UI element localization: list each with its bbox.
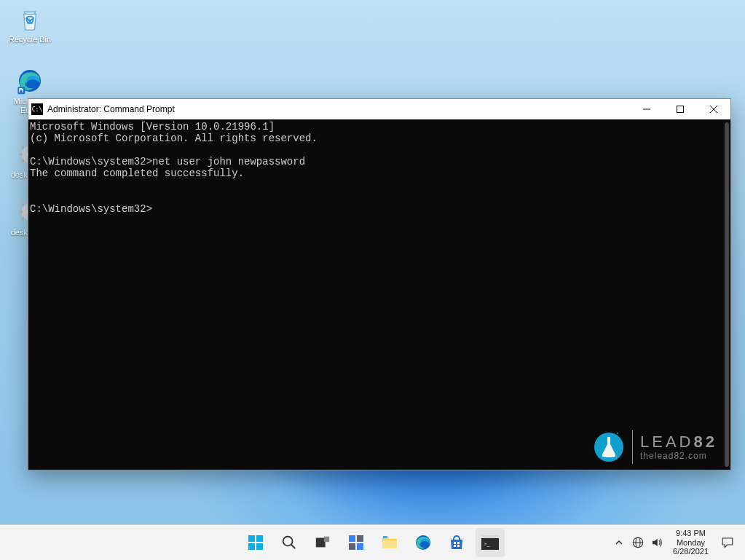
svg-rect-38 bbox=[323, 537, 328, 542]
chat-icon bbox=[721, 536, 734, 549]
terminal-scrollbar[interactable] bbox=[725, 122, 729, 467]
svg-text:>_: >_ bbox=[484, 541, 491, 548]
trash-icon bbox=[15, 4, 44, 33]
terminal-line: The command completed successfully. bbox=[30, 167, 244, 179]
svg-rect-25 bbox=[677, 106, 684, 113]
svg-point-29 bbox=[613, 434, 615, 436]
window-title: Administrator: Command Prompt bbox=[47, 104, 175, 114]
search-button[interactable] bbox=[275, 528, 304, 557]
terminal-line: Microsoft Windows [Version 10.0.21996.1] bbox=[30, 121, 275, 133]
svg-rect-7 bbox=[19, 153, 23, 155]
chevron-up-icon bbox=[615, 538, 623, 547]
svg-rect-31 bbox=[248, 535, 255, 542]
svg-rect-46 bbox=[454, 542, 456, 544]
svg-rect-49 bbox=[457, 545, 460, 547]
svg-rect-47 bbox=[457, 542, 460, 544]
minimize-button[interactable] bbox=[630, 99, 663, 119]
system-tray: 9:43 PM Monday 6/28/2021 bbox=[610, 528, 739, 557]
svg-rect-34 bbox=[256, 543, 263, 550]
clock-time: 9:43 PM bbox=[676, 529, 706, 538]
window-titlebar[interactable]: C:\ Administrator: Command Prompt bbox=[28, 99, 730, 119]
svg-rect-33 bbox=[248, 543, 255, 550]
speaker-icon bbox=[650, 536, 663, 549]
notifications-button[interactable] bbox=[716, 528, 739, 557]
edge-button[interactable] bbox=[409, 528, 438, 557]
task-view-button[interactable] bbox=[308, 528, 337, 557]
widgets-icon bbox=[347, 534, 365, 551]
cmd-titlebar-icon: C:\ bbox=[31, 103, 43, 115]
taskbar-clock[interactable]: 9:43 PM Monday 6/28/2021 bbox=[667, 529, 714, 556]
svg-rect-44 bbox=[383, 536, 387, 538]
terminal-line: C:\Windows\system32> bbox=[30, 203, 152, 215]
store-icon bbox=[448, 534, 465, 551]
edge-icon bbox=[414, 534, 432, 551]
svg-rect-32 bbox=[256, 535, 263, 542]
watermark-brand: LEAD bbox=[640, 433, 693, 451]
svg-rect-42 bbox=[357, 543, 363, 550]
watermark-url: thelead82.com bbox=[640, 451, 717, 462]
globe-icon bbox=[631, 536, 645, 549]
tray-overflow-button[interactable] bbox=[610, 528, 628, 557]
file-explorer-button[interactable] bbox=[375, 528, 404, 557]
svg-line-36 bbox=[291, 545, 295, 549]
maximize-button[interactable] bbox=[663, 99, 697, 119]
search-icon bbox=[281, 535, 297, 551]
svg-rect-37 bbox=[315, 538, 325, 548]
edge-icon bbox=[15, 66, 44, 95]
recycle-bin-icon[interactable]: Recycle Bin bbox=[4, 4, 55, 44]
terminal-line: C:\Windows\system32>net user john newpas… bbox=[30, 156, 305, 167]
watermark-brand-bold: 82 bbox=[694, 433, 717, 451]
terminal-area[interactable]: Microsoft Windows [Version 10.0.21996.1]… bbox=[28, 119, 730, 470]
svg-rect-17 bbox=[19, 210, 23, 213]
svg-rect-43 bbox=[382, 540, 397, 548]
cmd-icon: >_ bbox=[481, 535, 499, 550]
svg-rect-39 bbox=[349, 535, 355, 542]
command-prompt-button[interactable]: >_ bbox=[476, 528, 505, 557]
svg-rect-51 bbox=[481, 535, 499, 538]
svg-rect-41 bbox=[349, 543, 355, 550]
folder-icon bbox=[381, 535, 398, 551]
svg-rect-40 bbox=[357, 535, 363, 542]
desktop-wallpaper[interactable]: Recycle Bin Microsoft Edge desktop.ini bbox=[0, 0, 745, 560]
taskbar-center: >_ bbox=[241, 528, 505, 557]
svg-point-30 bbox=[617, 433, 618, 434]
svg-rect-48 bbox=[454, 545, 456, 547]
svg-point-35 bbox=[283, 537, 292, 546]
store-button[interactable] bbox=[442, 528, 471, 557]
flask-icon bbox=[593, 431, 625, 463]
command-prompt-window[interactable]: C:\ Administrator: Command Prompt Micros… bbox=[28, 98, 731, 470]
widgets-button[interactable] bbox=[342, 528, 371, 557]
terminal-line: (c) Microsoft Corporation. All rights re… bbox=[30, 133, 318, 144]
network-button[interactable] bbox=[629, 528, 647, 557]
start-button[interactable] bbox=[241, 528, 270, 557]
window-buttons bbox=[630, 99, 730, 119]
sound-button[interactable] bbox=[648, 528, 666, 557]
taskbar: >_ 9:43 PM Monday 6/28/2021 bbox=[0, 524, 745, 560]
close-button[interactable] bbox=[697, 99, 730, 119]
recycle-bin-label: Recycle Bin bbox=[4, 35, 55, 44]
taskview-icon bbox=[315, 535, 331, 551]
start-icon bbox=[247, 534, 264, 551]
clock-day: Monday bbox=[677, 538, 705, 548]
clock-date: 6/28/2021 bbox=[673, 547, 709, 556]
watermark: LEAD82 thelead82.com bbox=[593, 430, 717, 464]
svg-rect-2 bbox=[17, 87, 25, 94]
